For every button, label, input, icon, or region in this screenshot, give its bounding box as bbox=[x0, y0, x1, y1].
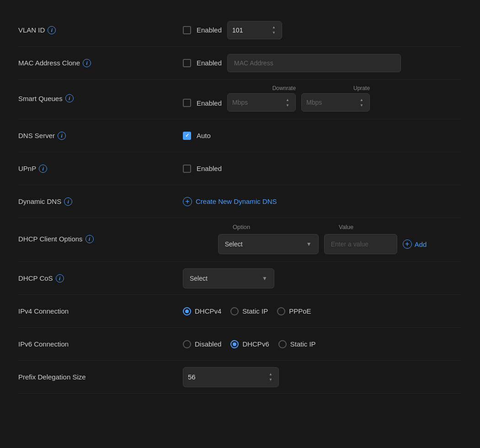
ipv6-connection-text: IPv6 Connection bbox=[18, 340, 69, 348]
dns-auto-label: Auto bbox=[197, 132, 211, 139]
mac-address-text: MAC Address Clone bbox=[18, 59, 80, 67]
mac-address-checkbox[interactable] bbox=[183, 59, 191, 67]
ipv6-dhcpv6-option[interactable]: DHCPv6 bbox=[230, 340, 269, 348]
vlan-id-control: Enabled ▲ ▼ bbox=[183, 21, 462, 39]
uprate-down-arrow[interactable]: ▼ bbox=[358, 103, 365, 107]
ipv4-pppoe-option[interactable]: PPPoE bbox=[277, 307, 311, 315]
prefix-spinner-wrapper: ▲ ▼ bbox=[183, 367, 279, 387]
ipv6-connection-control: Disabled DHCPv6 Static IP bbox=[183, 340, 462, 348]
uprate-unit: Mbps bbox=[306, 99, 322, 106]
dhcp-cos-info-icon[interactable]: i bbox=[56, 274, 64, 283]
smart-queues-control: Enabled Downrate Mbps ▲ ▼ Uprate Mbps ▲ bbox=[183, 85, 462, 112]
dhcp-option-select[interactable]: Select ▼ bbox=[218, 234, 319, 254]
value-header: Value bbox=[339, 224, 412, 230]
smart-queues-text: Smart Queues bbox=[18, 95, 63, 102]
prefix-delegation-input[interactable] bbox=[188, 373, 252, 381]
ipv6-connection-row: IPv6 Connection Disabled DHCPv6 Static I… bbox=[18, 328, 462, 361]
smart-queues-info-icon[interactable]: i bbox=[65, 94, 74, 102]
smart-queues-enabled-label: Enabled bbox=[197, 99, 222, 107]
dhcp-headers: Option Value bbox=[233, 224, 412, 230]
uprate-spinners: ▲ ▼ bbox=[358, 97, 365, 107]
uprate-group: Uprate Mbps ▲ ▼ bbox=[301, 85, 370, 112]
ipv4-static-ip-option[interactable]: Static IP bbox=[230, 307, 268, 315]
ipv4-connection-label: IPv4 Connection bbox=[18, 307, 183, 315]
prefix-delegation-row: Prefix Delegation Size ▲ ▼ bbox=[18, 361, 462, 394]
smart-queues-label: Smart Queues i bbox=[18, 94, 183, 102]
prefix-down-arrow[interactable]: ▼ bbox=[267, 378, 274, 382]
dhcp-value-input[interactable] bbox=[324, 234, 397, 254]
downrate-group: Downrate Mbps ▲ ▼ bbox=[227, 85, 296, 112]
ipv6-static-ip-option[interactable]: Static IP bbox=[278, 340, 316, 348]
dhcp-client-options-control: Option Value Select ▼ + Add bbox=[183, 224, 462, 254]
ipv4-static-ip-radio[interactable] bbox=[230, 307, 239, 315]
dns-server-label: DNS Server i bbox=[18, 132, 183, 140]
prefix-delegation-text: Prefix Delegation Size bbox=[18, 373, 86, 381]
dns-server-row: DNS Server i Auto bbox=[18, 119, 462, 152]
dhcp-client-options-label: DHCP Client Options i bbox=[18, 235, 183, 243]
dhcp-client-options-info-icon[interactable]: i bbox=[85, 235, 94, 243]
mac-address-row: MAC Address Clone i Enabled bbox=[18, 47, 462, 80]
ipv4-connection-control: DHCPv4 Static IP PPPoE bbox=[183, 307, 462, 315]
mac-address-control: Enabled bbox=[183, 54, 462, 72]
upnp-control: Enabled bbox=[183, 165, 462, 173]
dhcp-client-options-row: DHCP Client Options i Option Value Selec… bbox=[18, 218, 462, 262]
dynamic-dns-text: Dynamic DNS bbox=[18, 197, 61, 205]
dhcp-cos-control: Select ▼ bbox=[183, 268, 462, 288]
ipv6-dhcpv6-label: DHCPv6 bbox=[242, 340, 269, 348]
ipv6-static-ip-radio[interactable] bbox=[278, 340, 287, 348]
ipv4-pppoe-radio[interactable] bbox=[277, 307, 285, 315]
ipv4-radio-group: DHCPv4 Static IP PPPoE bbox=[183, 307, 311, 315]
dns-server-text: DNS Server bbox=[18, 132, 55, 139]
smart-queues-checkbox[interactable] bbox=[183, 99, 191, 107]
dynamic-dns-info-icon[interactable]: i bbox=[64, 197, 72, 206]
upnp-label: UPnP i bbox=[18, 165, 183, 173]
vlan-id-enabled-label: Enabled bbox=[197, 26, 222, 34]
dhcp-cos-label: DHCP CoS i bbox=[18, 274, 183, 283]
mac-address-info-icon[interactable]: i bbox=[83, 59, 91, 67]
create-dns-link[interactable]: + Create New Dynamic DNS bbox=[183, 197, 277, 206]
mac-address-input[interactable] bbox=[227, 54, 401, 72]
dynamic-dns-row: Dynamic DNS i + Create New Dynamic DNS bbox=[18, 185, 462, 218]
downrate-up-arrow[interactable]: ▲ bbox=[284, 97, 291, 102]
ipv4-connection-row: IPv4 Connection DHCPv4 Static IP PPPoE bbox=[18, 295, 462, 328]
vlan-id-down-arrow[interactable]: ▼ bbox=[271, 31, 277, 35]
dhcp-cos-select-text: Select bbox=[190, 275, 208, 282]
vlan-id-info-icon[interactable]: i bbox=[48, 26, 56, 34]
ipv4-dhcpv4-label: DHCPv4 bbox=[195, 307, 221, 315]
vlan-id-input[interactable] bbox=[232, 27, 264, 34]
ipv6-dhcpv6-radio[interactable] bbox=[230, 340, 239, 348]
plus-circle-icon: + bbox=[183, 197, 192, 206]
add-plus-circle-icon: + bbox=[403, 240, 412, 249]
dns-server-info-icon[interactable]: i bbox=[58, 132, 66, 140]
uprate-up-arrow[interactable]: ▲ bbox=[358, 97, 365, 102]
downrate-down-arrow[interactable]: ▼ bbox=[284, 103, 291, 107]
ipv4-static-ip-label: Static IP bbox=[242, 307, 268, 315]
vlan-id-checkbox[interactable] bbox=[183, 26, 191, 34]
ipv6-connection-label: IPv6 Connection bbox=[18, 340, 183, 348]
vlan-id-up-arrow[interactable]: ▲ bbox=[271, 25, 277, 30]
prefix-delegation-control: ▲ ▼ bbox=[183, 367, 462, 387]
vlan-id-input-wrapper: ▲ ▼ bbox=[227, 21, 282, 39]
dhcp-add-button[interactable]: + Add bbox=[403, 240, 427, 249]
option-header: Option bbox=[233, 224, 333, 230]
ipv4-dhcpv4-radio[interactable] bbox=[183, 307, 191, 315]
upnp-checkbox[interactable] bbox=[183, 165, 191, 173]
upnp-text: UPnP bbox=[18, 165, 36, 172]
ipv6-disabled-label: Disabled bbox=[195, 340, 221, 348]
vlan-id-row: VLAN ID i Enabled ▲ ▼ bbox=[18, 14, 462, 47]
ipv6-disabled-radio[interactable] bbox=[183, 340, 191, 348]
ipv6-disabled-option[interactable]: Disabled bbox=[183, 340, 221, 348]
dhcp-cos-select[interactable]: Select ▼ bbox=[183, 268, 274, 288]
upnp-info-icon[interactable]: i bbox=[39, 165, 47, 173]
upnp-row: UPnP i Enabled bbox=[18, 152, 462, 185]
upnp-enabled-label: Enabled bbox=[197, 165, 222, 172]
create-dns-text: Create New Dynamic DNS bbox=[196, 197, 277, 205]
mac-address-label: MAC Address Clone i bbox=[18, 59, 183, 67]
dhcp-option-select-text: Select bbox=[225, 240, 243, 248]
prefix-delegation-label: Prefix Delegation Size bbox=[18, 373, 183, 381]
uprate-input-wrapper: Mbps ▲ ▼ bbox=[301, 93, 370, 112]
ipv4-dhcpv4-option[interactable]: DHCPv4 bbox=[183, 307, 221, 315]
downrate-label: Downrate bbox=[227, 85, 296, 91]
dns-server-checkbox[interactable] bbox=[183, 132, 191, 140]
prefix-up-arrow[interactable]: ▲ bbox=[267, 372, 274, 377]
